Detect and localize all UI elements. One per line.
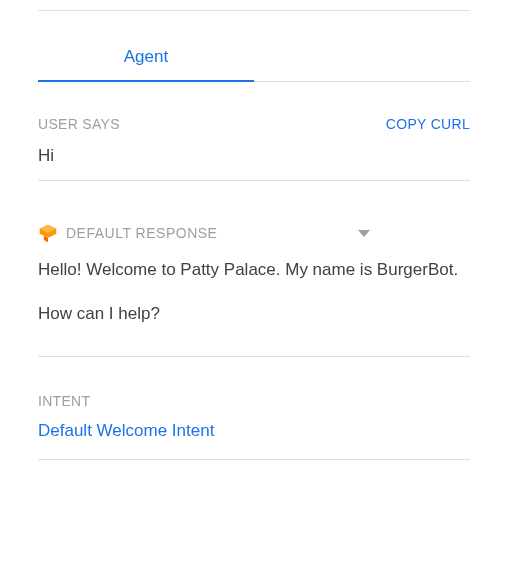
user-says-header: USER SAYS COPY CURL <box>38 116 470 132</box>
chevron-down-icon <box>358 224 370 242</box>
copy-curl-button[interactable]: COPY CURL <box>386 116 470 132</box>
top-divider <box>38 10 470 11</box>
response-line-1: Hello! Welcome to Patty Palace. My name … <box>38 257 470 283</box>
intent-section: INTENT Default Welcome Intent <box>38 393 470 460</box>
svg-marker-3 <box>358 230 370 237</box>
user-says-label: USER SAYS <box>38 116 120 132</box>
dialogflow-icon <box>38 223 58 243</box>
section-divider <box>38 356 470 357</box>
response-text: Hello! Welcome to Patty Palace. My name … <box>38 257 470 326</box>
response-dropdown[interactable]: DEFAULT RESPONSE <box>38 223 470 247</box>
tab-agent-label: Agent <box>124 47 168 66</box>
bottom-divider <box>38 459 470 460</box>
response-dropdown-label: DEFAULT RESPONSE <box>66 225 358 241</box>
tabs-row: Agent <box>38 35 470 82</box>
intent-link[interactable]: Default Welcome Intent <box>38 421 470 441</box>
response-line-2: How can I help? <box>38 301 470 327</box>
main-container: Agent USER SAYS COPY CURL Hi DEFAULT RES… <box>0 35 508 460</box>
intent-label: INTENT <box>38 393 470 409</box>
tab-agent[interactable]: Agent <box>38 35 254 81</box>
user-says-text[interactable]: Hi <box>38 146 470 181</box>
